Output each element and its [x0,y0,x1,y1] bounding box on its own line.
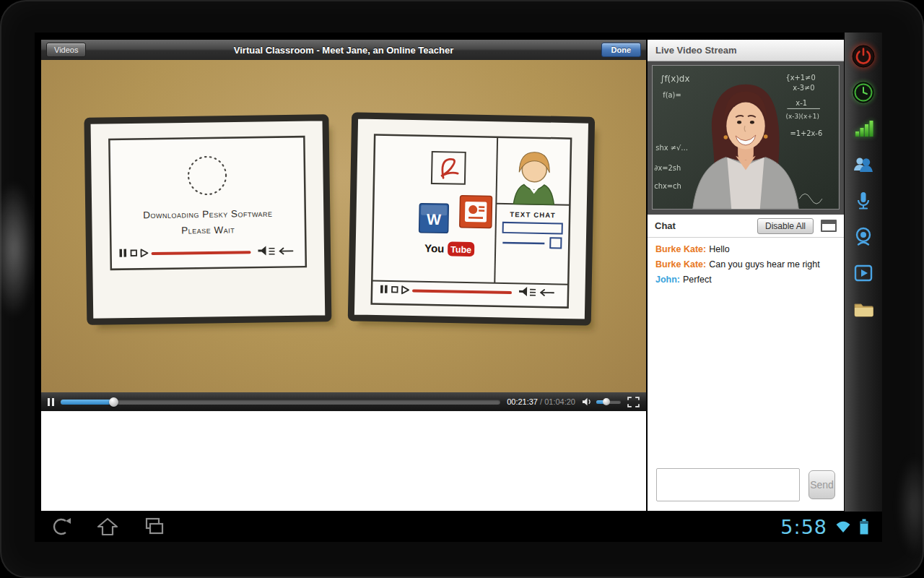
svg-text:f(a)=: f(a)= [663,91,681,99]
chat-text: Perfect [683,275,712,285]
android-navbar: 5:58 [35,512,882,542]
chat-author: Burke Kate: [655,244,706,254]
svg-text:(x-3)(x+1): (x-3)(x+1) [785,113,819,120]
svg-text:x-1: x-1 [796,99,807,107]
current-time: 00:21:37 [507,397,538,406]
back-button[interactable] [48,517,74,537]
svg-text:W: W [427,211,441,228]
content-below-video [41,411,646,511]
live-stream-video: ∫f(x)dx f(a)= {x+1≠0 x-3≠0 x-1 (x-3)(x+1… [652,65,840,210]
speaker-icon [582,397,593,407]
seek-progress [61,400,113,405]
chat-text: Hello [709,244,730,254]
volume-control[interactable] [582,397,621,407]
chat-author: Burke Kate: [655,259,706,269]
nav-buttons [48,517,167,537]
chat-message: John:Perfect [655,275,836,285]
powerpoint-icon [460,196,492,228]
svg-text:{x+1≠0: {x+1≠0 [785,74,815,82]
svg-text:∂x=2sh: ∂x=2sh [654,164,681,172]
screen: Videos Virtual Classroom - Meet Jane, an… [35,33,882,542]
seek-knob[interactable] [109,397,118,407]
webcam-icon[interactable] [850,224,876,250]
video-surface[interactable]: Downloading Pesky Software Please Wait [41,60,646,392]
signal-icon[interactable] [850,116,876,142]
pause-button[interactable] [48,398,54,406]
chat-message: Burke Kate:Hello [655,244,836,254]
volume-slider[interactable] [596,400,621,404]
recents-button[interactable] [141,517,167,537]
done-button[interactable]: Done [601,43,642,57]
svg-text:chx=ch: chx=ch [654,182,681,190]
chat-input[interactable] [656,468,800,501]
seek-bar[interactable] [61,400,500,405]
chat-header: Chat Disable All [648,215,844,238]
folder-icon[interactable] [850,296,876,322]
power-icon[interactable] [850,43,876,69]
time-display: 00:21:37 / 01:04:20 [507,397,575,406]
titlebar: Videos Virtual Classroom - Meet Jane, an… [41,40,646,60]
svg-text:You: You [424,242,445,255]
chat-text: Can you guys hear me right [709,259,820,269]
svg-text:x-3≠0: x-3≠0 [793,84,814,92]
battery-icon [859,518,869,535]
videos-button[interactable]: Videos [46,43,86,57]
window-title: Virtual Classroom - Meet Jane, an Online… [234,45,453,56]
word-icon: W [419,204,449,233]
popout-window-icon[interactable] [821,220,837,232]
chat-author: John: [655,275,680,285]
sketch-caption-1: Downloading Pesky Software [143,208,273,221]
svg-text:Tube: Tube [450,244,471,255]
player-controls: 00:21:37 / 01:04:20 [41,392,646,411]
svg-text:=1+2x-6: =1+2x-6 [790,129,822,137]
send-button[interactable]: Send [808,470,835,499]
sketch-right: TEXT CHAT W [351,116,598,329]
disable-all-button[interactable]: Disable All [757,218,814,234]
live-video-stream-header: Live Video Stream [648,40,844,61]
video-player-window: Videos Virtual Classroom - Meet Jane, an… [41,40,646,511]
bezel-highlight-right [898,455,924,556]
video-play-icon[interactable] [850,260,876,286]
wifi-icon [834,519,852,534]
text-chat-label: TEXT CHAT [510,210,556,219]
chat-input-row: Send [648,459,844,511]
home-button[interactable] [95,517,121,537]
status-time: 5:58 [780,516,827,538]
people-icon[interactable] [850,152,876,178]
duration: 01:04:20 [544,397,575,406]
sketch-left-screen [109,137,305,269]
time-separator: / [538,397,544,406]
sidebar: Live Video Stream ∫f(x)dx f(a)= {x+1≠0 x… [648,40,844,511]
sketch-caption-2: Please Wait [181,224,235,236]
svg-text:∫f(x)dx: ∫f(x)dx [660,74,689,84]
volume-fill [596,400,606,404]
youtube-logo: You Tube [424,241,474,256]
volume-knob[interactable] [603,398,610,405]
chat-messages: Burke Kate:Hello Burke Kate:Can you guys… [648,238,844,459]
video-frame-content: Downloading Pesky Software Please Wait [41,60,646,392]
bezel-highlight [0,181,35,318]
mic-icon[interactable] [850,188,876,214]
tablet-frame: Videos Virtual Classroom - Meet Jane, an… [0,0,924,578]
live-stream-container: ∫f(x)dx f(a)= {x+1≠0 x-3≠0 x-1 (x-3)(x+1… [648,61,844,215]
clock-icon[interactable] [850,79,876,105]
status-cluster: 5:58 [780,516,869,538]
fullscreen-button[interactable] [627,397,640,407]
chat-title: Chat [655,220,750,231]
svg-text:shx ≠√…: shx ≠√… [655,144,688,152]
right-toolbar [845,33,882,512]
sketch-left: Downloading Pesky Software Please Wait [87,118,334,329]
chat-message: Burke Kate:Can you guys hear me right [655,259,836,269]
